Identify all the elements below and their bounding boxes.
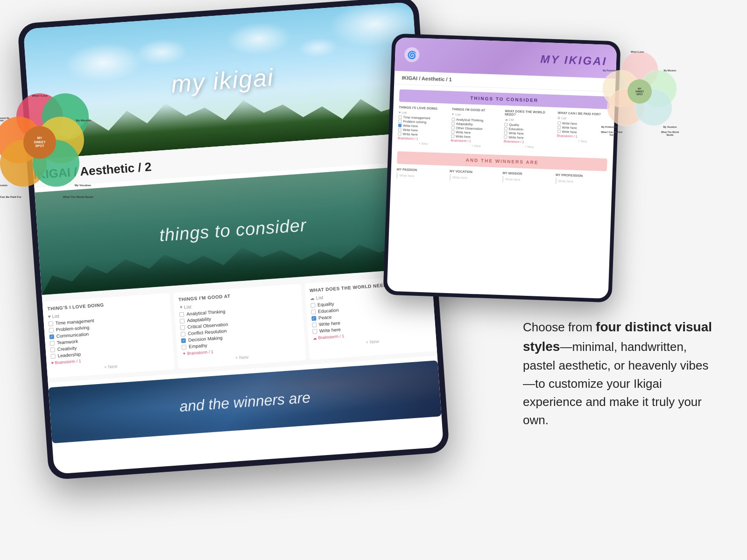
- vr-world-label: What The World Needs: [658, 131, 682, 136]
- col2-section: THINGS I'M GOOD AT ✦ List Analytical Thi…: [173, 284, 306, 369]
- checkbox[interactable]: [312, 322, 317, 328]
- checkbox[interactable]: [181, 338, 186, 343]
- rt-col1: THINGS I'S LOVE DOING ♥ List Time manage…: [398, 105, 450, 147]
- vr-profession-label: My Profession: [598, 126, 621, 128]
- checkbox[interactable]: [48, 321, 53, 326]
- vl-mission: My Mission: [76, 119, 91, 122]
- checkbox[interactable]: [49, 341, 55, 346]
- venn-diagram-left: MYSWEETSPOT What I Love My Passion My Mi…: [0, 93, 93, 201]
- checkbox[interactable]: [311, 316, 317, 321]
- checkbox[interactable]: [312, 329, 317, 334]
- rt-col1-header: THINGS I'S LOVE DOING: [399, 105, 450, 111]
- rt-col1-list: ♥ List: [399, 111, 450, 116]
- winner-profession: MY PROFESSION Write here: [555, 173, 606, 186]
- vr-vocation-label: My Vocation: [658, 126, 682, 128]
- winner-vocation: MY VOCATION Write here: [450, 169, 501, 182]
- consider-title: things to consider: [159, 215, 307, 245]
- vl-vocation: My Vocation: [75, 184, 91, 187]
- checkbox[interactable]: [49, 328, 54, 333]
- checkbox[interactable]: [179, 312, 184, 317]
- text-description: Choose from four distinct visual styles—…: [523, 317, 719, 429]
- rt-col1-brainstorm[interactable]: Brainstorm / 1: [398, 136, 449, 141]
- rt-col2-brainstorm[interactable]: Brainstorm / 1: [451, 139, 502, 144]
- winners-title: and the winners are: [179, 389, 311, 415]
- venn-center: MYSWEETSPOT: [23, 126, 56, 159]
- winner-mission: MY MISSION Write here: [502, 171, 554, 184]
- checkbox[interactable]: [180, 318, 185, 323]
- vl-goodat: What I'm Good At: [0, 117, 9, 119]
- rt-col1-add[interactable]: + New: [398, 141, 449, 146]
- rt-col3-add[interactable]: + New: [504, 144, 555, 149]
- rt-columns: THINGS I'S LOVE DOING ♥ List Time manage…: [392, 102, 614, 156]
- rt-col2: THINGS I'M GOOD AT ✦ List Analytical Thi…: [451, 107, 503, 148]
- checkbox[interactable]: [182, 344, 187, 350]
- rt-col4-add[interactable]: + New: [557, 139, 608, 144]
- checkbox[interactable]: [50, 354, 56, 359]
- venn-diagram-right: MYSWEETSPOT What I Love My Passion My Mi…: [598, 51, 682, 135]
- col1-section: THING'S I LOVE DOING ♥ List Time managem…: [42, 293, 175, 378]
- checkbox[interactable]: [181, 331, 186, 336]
- vl-world: What The World Needs: [63, 196, 93, 198]
- checkbox[interactable]: [49, 334, 54, 339]
- rt-col3-list: ☁ List: [504, 118, 556, 123]
- vr-center: MYSWEETSPOT: [627, 79, 652, 104]
- vl-paid: What I Can Be Paid For: [0, 196, 21, 198]
- rt-col2-list: ✦ List: [451, 112, 503, 118]
- checkbox[interactable]: [50, 347, 55, 352]
- vr-passion-label: My Passion: [598, 69, 621, 72]
- vr-paid-label: What I Can Be Paid For: [600, 131, 623, 136]
- checkbox[interactable]: [180, 325, 185, 330]
- rt-col2-header: THINGS I'M GOOD AT: [452, 107, 503, 112]
- checkbox[interactable]: [311, 309, 316, 315]
- vr-mission-label: My Mission: [658, 69, 682, 72]
- vl-profession: My Profession: [0, 184, 7, 187]
- winner-passion: MY PASSION Write here: [396, 168, 448, 180]
- rt-col2-add[interactable]: + New: [451, 143, 502, 148]
- rt-icon: 🌀: [404, 47, 420, 63]
- rt-col3-header: WHAT DOES THE WORLD NEED?: [505, 109, 556, 118]
- right-tablet: 🌀 MY IKIGAI IKIGAI / Aesthetic / 1 THING…: [383, 34, 620, 303]
- rt-col3-brainstorm[interactable]: Brainstorm / 1: [504, 140, 555, 145]
- rt-col3: WHAT DOES THE WORLD NEED? ☁ List Quality…: [503, 109, 556, 150]
- checkbox[interactable]: [310, 303, 316, 308]
- vl-love: What I Love: [32, 94, 48, 97]
- text-section: Choose from four distinct visual styles—…: [523, 317, 719, 429]
- vr-love-label: What I Love: [626, 50, 649, 53]
